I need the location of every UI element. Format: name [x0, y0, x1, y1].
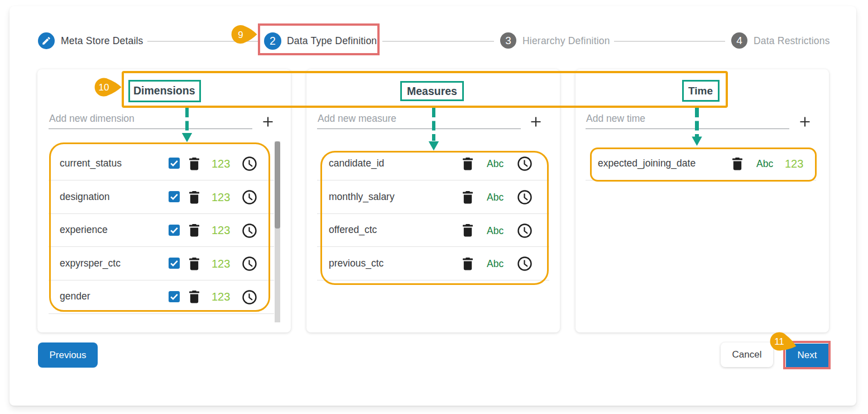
svg-text:11: 11 — [774, 336, 784, 347]
svg-text:10: 10 — [99, 82, 109, 93]
svg-text:9: 9 — [238, 30, 243, 40]
